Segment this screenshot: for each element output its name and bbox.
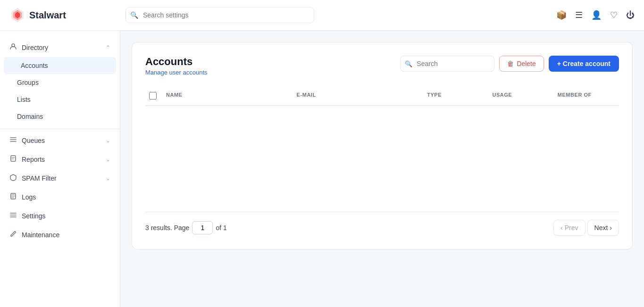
queues-icon <box>9 136 17 145</box>
topbar-search-input[interactable] <box>125 7 314 23</box>
chevron-down-icon-spam: ⌄ <box>106 175 110 182</box>
sidebar-item-maintenance-label: Maintenance <box>22 231 110 239</box>
sidebar-item-logs[interactable]: Logs <box>0 188 120 207</box>
card-title-area: Accounts Manage user accounts <box>145 56 208 76</box>
col-usage: USAGE <box>488 92 553 100</box>
chevron-up-icon: ⌃ <box>106 44 110 51</box>
maintenance-icon <box>9 230 17 240</box>
stalwart-logo-icon <box>9 7 25 23</box>
sidebar-item-queues-label: Queues <box>22 137 101 144</box>
svg-rect-4 <box>11 156 16 161</box>
select-all-checkbox[interactable] <box>149 92 157 100</box>
sidebar-item-accounts[interactable]: Accounts <box>4 57 116 74</box>
sidebar-item-accounts-label: Accounts <box>21 62 110 69</box>
sidebar-item-directory[interactable]: Directory ⌃ <box>0 38 120 57</box>
topbar-actions: 📦 ☰ 👤 ♡ ⏻ <box>556 10 635 20</box>
sidebar-item-maintenance[interactable]: Maintenance <box>0 225 120 244</box>
sidebar-item-lists[interactable]: Lists <box>0 91 120 108</box>
svg-point-3 <box>12 44 15 47</box>
reports-icon <box>9 155 17 164</box>
pagination: ‹ Prev Next › <box>553 220 619 236</box>
search-icon-sm: 🔍 <box>405 60 412 67</box>
sidebar-item-spam-filter[interactable]: SPAM Filter ⌄ <box>0 169 120 188</box>
menu-icon[interactable]: ☰ <box>575 10 583 20</box>
chevron-right-icon: › <box>610 224 612 232</box>
delete-button[interactable]: 🗑 Delete <box>499 56 544 72</box>
trash-icon: 🗑 <box>507 60 514 67</box>
table-header: NAME E-MAIL TYPE USAGE MEMBER OF <box>145 87 619 106</box>
sidebar-item-domains-label: Domains <box>17 113 110 120</box>
sidebar-divider-1 <box>0 129 120 129</box>
create-account-button[interactable]: + Create account <box>549 56 619 72</box>
results-info: 3 results. Page of 1 <box>145 221 227 234</box>
main-content: Accounts Manage user accounts 🔍 🗑 Delete… <box>120 31 644 307</box>
results-text: 3 results. Page <box>145 224 189 232</box>
sidebar-item-queues[interactable]: Queues ⌄ <box>0 131 120 150</box>
sidebar: Directory ⌃ Accounts Groups Lists Domain… <box>0 31 120 307</box>
logs-icon <box>9 192 17 202</box>
sidebar-item-lists-label: Lists <box>17 96 110 103</box>
table-footer: 3 results. Page of 1 ‹ Prev Next › <box>145 212 619 236</box>
col-email: E-MAIL <box>293 92 424 100</box>
user-icon[interactable]: 👤 <box>591 10 602 20</box>
delete-label: Delete <box>517 60 535 67</box>
topbar-search-wrapper: 🔍 <box>125 7 314 23</box>
logo-area: Stalwart <box>9 7 118 23</box>
settings-icon <box>9 211 17 221</box>
directory-icon <box>9 43 17 52</box>
col-checkbox <box>145 92 162 100</box>
sidebar-item-logs-label: Logs <box>22 193 110 201</box>
sidebar-item-reports[interactable]: Reports ⌄ <box>0 150 120 169</box>
chevron-down-icon-reports: ⌄ <box>106 156 110 163</box>
page-input[interactable] <box>192 221 213 234</box>
search-icon: 🔍 <box>130 11 138 19</box>
sidebar-item-reports-label: Reports <box>22 156 101 163</box>
sidebar-item-groups-label: Groups <box>17 79 110 86</box>
power-icon[interactable]: ⏻ <box>626 10 635 20</box>
page-title: Accounts <box>145 56 208 68</box>
next-label: Next <box>594 224 608 232</box>
card-actions: 🔍 🗑 Delete + Create account <box>400 56 619 72</box>
search-wrapper: 🔍 <box>400 56 494 72</box>
sidebar-item-directory-label: Directory <box>22 44 101 51</box>
sidebar-item-settings[interactable]: Settings <box>0 207 120 225</box>
col-member-of: MEMBER OF <box>554 92 619 100</box>
next-button[interactable]: Next › <box>587 220 619 236</box>
chevron-left-icon: ‹ <box>560 224 563 232</box>
sidebar-section-directory: Directory ⌃ Accounts Groups Lists Domain… <box>0 36 120 127</box>
col-name: NAME <box>162 92 293 100</box>
storage-icon[interactable]: 📦 <box>556 10 567 20</box>
of-text: of 1 <box>216 224 226 232</box>
sidebar-item-spam-label: SPAM Filter <box>22 174 101 182</box>
table-body <box>145 106 619 200</box>
prev-button[interactable]: ‹ Prev <box>553 220 585 236</box>
layout: Directory ⌃ Accounts Groups Lists Domain… <box>0 31 644 307</box>
chevron-down-icon: ⌄ <box>106 137 110 144</box>
heart-icon[interactable]: ♡ <box>610 10 618 20</box>
topbar: Stalwart 🔍 📦 ☰ 👤 ♡ ⏻ <box>0 0 644 31</box>
create-account-label: + Create account <box>557 60 611 67</box>
sidebar-item-groups[interactable]: Groups <box>0 74 120 91</box>
accounts-search-input[interactable] <box>400 56 494 72</box>
col-type: TYPE <box>423 92 488 100</box>
card-header: Accounts Manage user accounts 🔍 🗑 Delete… <box>145 56 619 76</box>
sidebar-item-domains[interactable]: Domains <box>0 108 120 125</box>
accounts-card: Accounts Manage user accounts 🔍 🗑 Delete… <box>132 42 633 249</box>
sidebar-item-settings-label: Settings <box>22 212 110 220</box>
logo-text: Stalwart <box>29 10 66 21</box>
prev-label: Prev <box>565 224 578 232</box>
accounts-table: NAME E-MAIL TYPE USAGE MEMBER OF <box>145 87 619 200</box>
spam-filter-icon <box>9 174 17 183</box>
card-subtitle: Manage user accounts <box>145 69 208 76</box>
